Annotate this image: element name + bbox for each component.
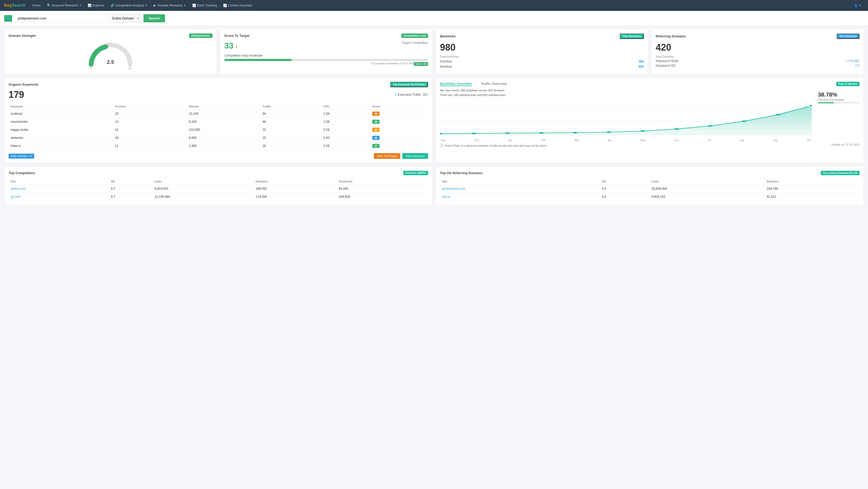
view-backlinks-button[interactable]: View Backlinks <box>620 33 644 39</box>
try-text: Try to target competition of 33 or less <box>224 62 428 65</box>
nav-content-assistant[interactable]: 📈 Content Assistant <box>220 2 255 9</box>
view-domains-button[interactable]: View Domains <box>837 33 860 39</box>
tab-traffic-overview[interactable]: Traffic Overview <box>481 82 507 86</box>
svg-point-9 <box>505 133 510 134</box>
top-ds-title: Top DS Referring Domains <box>440 171 483 175</box>
chart-area <box>440 100 812 137</box>
backlinks-total-label: Total Backlinks <box>440 55 644 58</box>
domain-strength-card: Domain Strength phillipstemann. 2.5 0 10 <box>4 29 217 74</box>
nav-explorer[interactable]: 📊 Explorer <box>85 2 107 9</box>
col-volume: Volume <box>187 103 260 110</box>
tab-backlinks-overview[interactable]: Backlinks Overview <box>440 82 472 86</box>
view-top-pages-button[interactable]: View Top Pages <box>374 153 400 159</box>
nav-youtube-research[interactable]: ▶ Youtube Research ▼ <box>151 2 188 9</box>
search-button[interactable]: Search <box>144 14 165 22</box>
referring-domains-total-label: Total Domains <box>656 55 860 58</box>
col-position: Position <box>113 103 187 110</box>
chevron-down-icon-2: ▼ <box>145 4 147 7</box>
top-competitors-card: Top Competitors Found In SERPS Site DS L… <box>4 166 432 205</box>
dofollow-percentage: 38.78% <box>818 91 860 98</box>
keysearch-ds-value: 2.5 <box>855 64 860 67</box>
nav-competitive-analysis[interactable]: 🔗 Competitive Analysis ▼ <box>108 2 150 9</box>
organic-keywords-title: Organic Keywords <box>8 83 38 86</box>
top-keywords-badge[interactable]: Top Keywords By Position <box>390 82 428 87</box>
bottom-section: Top Competitors Found In SERPS Site DS L… <box>4 166 864 205</box>
ds-referring-link[interactable]: dev.to <box>442 195 451 199</box>
score-value: 33 ↓ <box>224 41 239 51</box>
keysearch-rank-value: 7,776,562 <box>846 59 860 63</box>
search-nav-icon: 🔍 <box>47 4 51 7</box>
update-note: Update on 11.15.2023 <box>831 143 860 146</box>
backlinks-chart-card: Backlinks Overview | Traffic Overview Pa… <box>436 77 864 163</box>
trend-note: 🕐 Trend Chart: Is a general overview of … <box>440 144 547 147</box>
col-score: Score <box>370 103 428 110</box>
score-progress-bar <box>224 59 428 61</box>
table-row: dev.to 8.4 9,929,143 91,011 <box>440 193 860 201</box>
svg-point-8 <box>471 133 476 134</box>
chart-months: Nov Dec Jan Feb Mar Apr May Jun Jul Aug … <box>440 139 812 142</box>
score-to-target-card: Score To Target Competition Level 33 ↓ T… <box>220 29 433 74</box>
domain-icon: 🌐 <box>4 15 12 22</box>
keysearch-ds-label: Keysearch DS <box>656 64 676 67</box>
svg-point-18 <box>808 105 812 107</box>
backlinks-nofollow-row: Nofollow 600 <box>440 65 644 68</box>
brand-logo[interactable]: Key Search <box>4 3 26 8</box>
competitor-link[interactable]: g2.com <box>11 195 21 199</box>
ds-col-links: Links <box>649 178 765 185</box>
keysearch-rank-row: Keysearch Rank 7,776,562 <box>656 59 860 63</box>
gauge-container: 2.5 0 10 <box>8 41 213 70</box>
rank-strength-badge: Rank Strength: 1.4 <box>8 154 34 159</box>
svg-text:2.5: 2.5 <box>107 59 114 65</box>
svg-point-14 <box>674 128 679 130</box>
svg-point-10 <box>539 132 544 134</box>
score-pill: 46 <box>372 136 379 140</box>
competitors-table-header: Site DS Links Domains Keywords <box>8 178 428 185</box>
user-chevron-icon: ▼ <box>859 4 861 7</box>
ds-referring-link[interactable]: producthunt.com <box>442 187 465 191</box>
svg-point-16 <box>742 120 747 122</box>
score-pill: 43 <box>372 128 379 132</box>
domain-type-select[interactable]: Entire Domain Exact URL Subdomain <box>110 14 142 23</box>
user-menu[interactable]: 👤 ▼ <box>851 2 864 9</box>
score-pill: 38 <box>372 120 379 124</box>
chart-bottom: 🕐 Trend Chart: Is a general overview of … <box>440 142 860 147</box>
comp-col-ds: DS <box>109 178 153 185</box>
ds-col-domains: Domains <box>765 178 860 185</box>
score-to-target-header: Score To Target Competition Level <box>224 33 428 38</box>
competitor-link[interactable]: ahrefs.com <box>11 187 26 191</box>
main-content: Domain Strength phillipstemann. 2.5 0 10 <box>0 26 868 208</box>
bar-chart-icon: 📊 <box>88 4 92 7</box>
nav-keyword-research[interactable]: 🔍 Keyword Research ▼ <box>44 2 84 9</box>
domain-input[interactable] <box>14 14 107 23</box>
svg-point-17 <box>775 114 781 115</box>
col-traffic: Traffic <box>260 103 321 110</box>
nofollow-label: Nofollow <box>440 65 452 68</box>
ds-referring-table-header: Site DS Links Domains <box>440 178 860 185</box>
keysearch-ds-row: Keysearch DS 2.5 <box>656 64 860 67</box>
nav-rank-tracking[interactable]: 📈 Rank Tracking <box>190 2 220 9</box>
search-bar: 🌐 Entire Domain Exact URL Subdomain Sear… <box>0 11 868 26</box>
chevron-down-icon-3: ▼ <box>184 4 186 7</box>
domain-type-select-wrapper: Entire Domain Exact URL Subdomain <box>110 14 142 23</box>
content-icon: 📈 <box>223 4 227 7</box>
found-in-serps-badge: Found In SERPS <box>403 171 428 175</box>
dofollow-label: Dofollow <box>440 60 452 63</box>
keysearch-rank-label: Keysearch Rank <box>656 59 679 63</box>
table-row: writerzen 19 6,600 20 1.43 46 <box>8 134 428 142</box>
youtube-icon: ▶ <box>154 4 156 7</box>
comp-col-links: Links <box>152 178 253 185</box>
top-linking-badge: Top Linking Domains By DS <box>821 171 860 175</box>
top-cards-row: Domain Strength phillipstemann. 2.5 0 10 <box>4 29 864 74</box>
nav-home[interactable]: Home <box>30 2 43 9</box>
tab-divider: | <box>476 82 476 86</box>
brand-key: Key <box>4 3 12 8</box>
competitors-table-body: ahrefs.com 8.7 6,923,915 168,552 64,063 … <box>8 185 428 201</box>
chevron-down-icon: ▼ <box>79 4 82 7</box>
ds-referring-table-body: producthunt.com 8.5 20,836,406 104,789 d… <box>440 185 860 201</box>
top-competitors-title: Top Competitors <box>8 171 35 175</box>
score-row: 33 ↓ Target Competition <box>224 41 428 51</box>
view-keywords-button[interactable]: View Keywords <box>402 153 428 159</box>
dofollow-label-text: Dofollow Percentage <box>818 98 860 101</box>
ds-col-site: Site <box>440 178 600 185</box>
col-keyword: Keyword <box>8 103 113 110</box>
